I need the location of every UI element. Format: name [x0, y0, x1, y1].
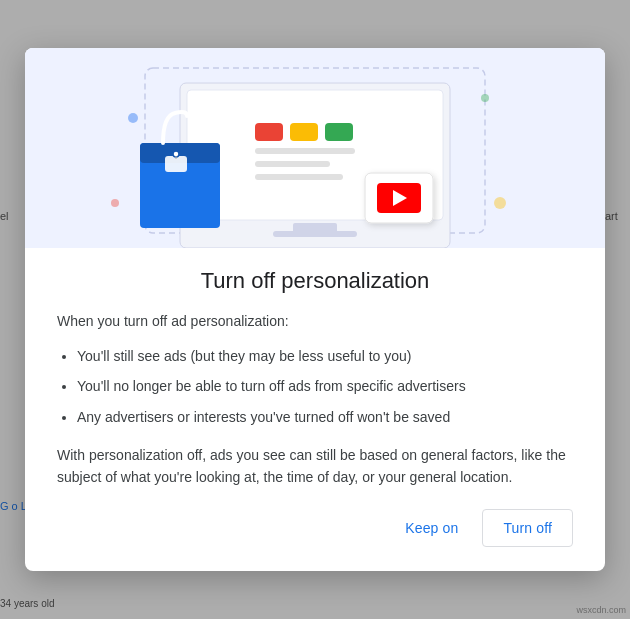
dialog: Turn off personalization When you turn o…: [25, 48, 605, 570]
dialog-illustration: [25, 48, 605, 248]
svg-rect-10: [255, 161, 330, 167]
bullet-2: You'll no longer be able to turn off ads…: [77, 375, 573, 397]
svg-point-22: [494, 197, 506, 209]
turn-off-button[interactable]: Turn off: [482, 509, 573, 547]
keep-on-button[interactable]: Keep on: [389, 510, 474, 546]
svg-point-21: [481, 94, 489, 102]
svg-rect-7: [290, 123, 318, 141]
dialog-bullets: You'll still see ads (but they may be le…: [57, 345, 573, 428]
dialog-footer-text: With personalization off, ads you see ca…: [57, 444, 573, 489]
svg-rect-8: [325, 123, 353, 141]
illustration-svg: [25, 48, 605, 248]
svg-point-23: [111, 199, 119, 207]
svg-rect-6: [255, 123, 283, 141]
svg-rect-11: [255, 174, 343, 180]
bullet-3: Any advertisers or interests you've turn…: [77, 406, 573, 428]
svg-point-20: [128, 113, 138, 123]
dialog-overlay: Turn off personalization When you turn o…: [0, 0, 630, 619]
bullet-1: You'll still see ads (but they may be le…: [77, 345, 573, 367]
dialog-actions: Keep on Turn off: [25, 489, 605, 547]
svg-rect-5: [273, 231, 357, 237]
dialog-body: When you turn off ad personalization: Yo…: [25, 310, 605, 488]
dialog-intro: When you turn off ad personalization:: [57, 310, 573, 332]
svg-rect-9: [255, 148, 355, 154]
dialog-title: Turn off personalization: [57, 268, 573, 294]
